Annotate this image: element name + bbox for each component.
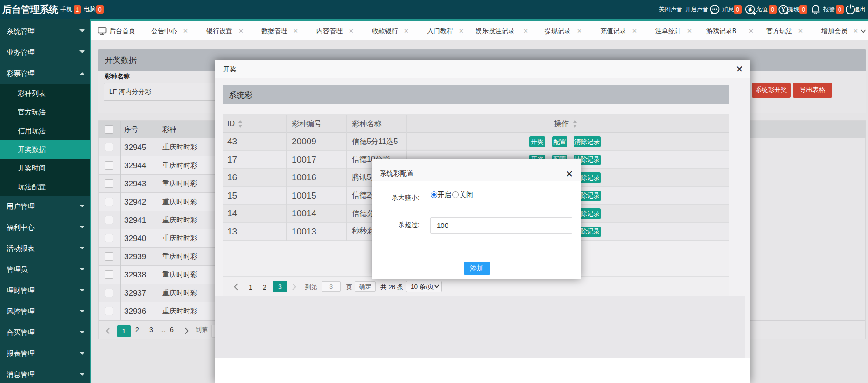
svg-text:¥: ¥: [748, 6, 752, 13]
svg-text:¥: ¥: [781, 6, 785, 14]
